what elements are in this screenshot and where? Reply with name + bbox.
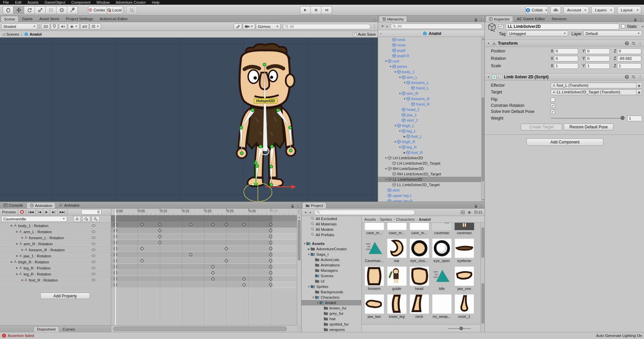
hierarchy-item[interactable]: ▼pelvis xyxy=(378,64,481,69)
project-folder-item[interactable]: ▼Assets xyxy=(302,241,361,246)
project-folder-item[interactable]: Scenes xyxy=(302,273,361,279)
keyframe-diamond[interactable] xyxy=(211,277,215,281)
tab-dopesheet[interactable]: Dopesheet xyxy=(34,326,59,332)
keyframe-diamond[interactable] xyxy=(140,222,144,226)
add-property-button[interactable]: Add Property xyxy=(40,293,90,299)
animated-property-row[interactable]: ▶arm_R : Rotation xyxy=(0,241,111,247)
cloud-button[interactable] xyxy=(550,6,561,14)
keyframe-diamond[interactable] xyxy=(242,277,246,281)
menu-gameobject[interactable]: GameObject xyxy=(42,0,68,5)
animated-property-row[interactable]: ▶body_1 : Rotation xyxy=(0,223,111,229)
project-folder-item[interactable]: Backgrounds xyxy=(302,289,361,295)
prefab-root-name[interactable]: Anatol xyxy=(429,31,441,36)
scene-camera-dropdown[interactable]: ▼ xyxy=(243,24,255,30)
scene-tools-button[interactable] xyxy=(234,24,242,30)
hotspot-gizmo-label[interactable]: Hotspot2D xyxy=(254,98,277,103)
layer-dropdown[interactable]: Default▼ xyxy=(584,31,642,36)
expand-arrow-icon[interactable]: ▼ xyxy=(403,97,406,100)
object-picker-icon[interactable]: ◉ xyxy=(637,89,642,95)
project-folder-item[interactable]: hair xyxy=(302,316,361,322)
transform-rotation-x-field[interactable]: 0 xyxy=(554,56,578,61)
hand-tool-button[interactable] xyxy=(3,6,13,14)
tab-inspector[interactable]: Inspector xyxy=(486,16,513,22)
animated-property-row[interactable]: ▶jaw_1 : Rotation xyxy=(0,253,111,259)
hierarchy-item[interactable]: head_1 xyxy=(378,107,481,112)
breadcrumb-segment[interactable]: Characters xyxy=(396,217,415,221)
project-folder-item[interactable]: ActionLists xyxy=(302,257,361,262)
animation-kebab-icon[interactable]: ⋮ xyxy=(296,204,300,208)
favorites-star-icon[interactable] xyxy=(467,210,471,214)
lock-icon[interactable] xyxy=(291,204,294,208)
add-event-button[interactable] xyxy=(92,216,100,222)
frame-field[interactable]: 0 xyxy=(81,209,101,215)
project-folder-item[interactable]: grey_fur xyxy=(302,311,361,316)
scene-search-input[interactable]: All xyxy=(283,24,371,29)
presets-icon[interactable] xyxy=(632,75,636,79)
help-icon[interactable]: ? xyxy=(625,41,629,45)
animated-property-row[interactable]: ▶forearm_R : Rotation xyxy=(0,247,111,253)
expand-arrow-icon[interactable]: ▶ xyxy=(403,135,406,138)
project-folder-item[interactable]: ▼Sprites xyxy=(302,284,361,289)
property-value-glyph[interactable] xyxy=(92,224,95,227)
object-picker-icon[interactable]: ◉ xyxy=(637,83,642,88)
tab-project[interactable]: Project xyxy=(302,202,326,208)
favorite-search-item[interactable]: All Prefabs xyxy=(302,232,361,238)
property-value-glyph[interactable] xyxy=(92,230,95,233)
project-scrollbar[interactable] xyxy=(480,223,485,332)
asset-item[interactable]: eye_open xyxy=(430,239,453,266)
tab-animation[interactable]: Animation xyxy=(27,202,55,208)
asset-item[interactable]: guide xyxy=(385,266,408,294)
hierarchy-item[interactable]: ▼thigh_L xyxy=(378,123,481,128)
record-button[interactable] xyxy=(18,209,26,215)
weight-slider-knob[interactable] xyxy=(620,116,625,120)
transform-rotation-z-field[interactable]: -89.582 xyxy=(617,56,641,61)
console-status-message[interactable]: ! Assertion failed xyxy=(2,334,34,338)
menu-assets[interactable]: Assets xyxy=(25,0,42,5)
hierarchy-item[interactable]: pupil xyxy=(378,48,481,53)
hierarchy-item[interactable]: hand_L xyxy=(378,85,481,91)
asset-item[interactable]: eye_clos... xyxy=(408,239,430,266)
asset-item[interactable]: cave_m... xyxy=(408,223,430,239)
timeline-vertical-scrollbar[interactable]: ▲ xyxy=(297,215,301,325)
menu-component[interactable]: Component xyxy=(68,0,93,5)
property-value-glyph[interactable] xyxy=(92,273,95,275)
menu-edit[interactable]: Edit xyxy=(12,0,25,5)
last-key-button[interactable]: ▶▶| xyxy=(58,209,67,215)
hierarchy-item[interactable]: ▼arm_R xyxy=(378,91,481,96)
hierarchy-item[interactable]: ▼leg_L xyxy=(378,128,481,134)
restore-default-pose-button[interactable]: Restore Default Pose xyxy=(564,124,613,130)
inspector-kebab-icon[interactable]: ⋮ xyxy=(639,17,643,22)
limb-solver-kebab-icon[interactable]: ⋮ xyxy=(638,75,642,79)
expand-arrow-icon[interactable]: ▼ xyxy=(384,178,387,181)
clip-dropdown[interactable]: CavemanIdle▼ xyxy=(1,216,67,222)
2d-toggle-button[interactable]: 2D xyxy=(41,24,50,30)
hierarchy-item[interactable]: ▼forearm_R xyxy=(378,96,481,101)
dopesheet-timeline[interactable]: 0:000:050:100:150:200:250:300:35 ⋮ ▲ xyxy=(111,209,301,332)
project-folder-item[interactable]: ▼Saga_I xyxy=(302,252,361,257)
menu-help[interactable]: Help xyxy=(149,0,163,5)
breadcrumb-segment[interactable]: Sprites xyxy=(380,217,392,221)
help-icon[interactable]: ? xyxy=(625,75,629,79)
hierarchy-kebab-icon[interactable]: ⋮ xyxy=(479,17,483,22)
menu-adventure-creator[interactable]: Adventure Creator xyxy=(112,0,149,5)
keyframe-diamond[interactable] xyxy=(211,271,215,274)
tab-animator[interactable]: Animator xyxy=(56,202,83,208)
expand-arrow-icon[interactable]: ▶ xyxy=(15,254,19,257)
lock-icon[interactable] xyxy=(474,204,477,208)
transform-position-y-field[interactable]: 0 xyxy=(586,48,610,54)
expand-arrow-icon[interactable]: ▶ xyxy=(15,272,19,276)
foldout-arrow-icon[interactable]: ▼ xyxy=(487,42,490,45)
expand-arrow-icon[interactable]: ▼ xyxy=(384,157,387,160)
layout-dropdown[interactable]: Layout▼ xyxy=(617,6,641,14)
hierarchy-item[interactable]: skirt_1 xyxy=(378,118,481,123)
asset-item[interactable]: cave_m... xyxy=(385,223,408,239)
keyframe-diamond[interactable] xyxy=(242,283,246,287)
active-checkbox[interactable]: ✓ xyxy=(499,24,503,29)
expand-arrow-icon[interactable]: ▶ xyxy=(15,230,19,233)
component-enabled-checkbox[interactable]: ✓ xyxy=(498,75,502,79)
animated-property-row[interactable]: ▶thigh_R : Rotation xyxy=(0,259,111,265)
shading-mode-dropdown[interactable]: Shaded▼ xyxy=(1,24,38,30)
hierarchy-item[interactable]: jaw_1 xyxy=(378,112,481,118)
hierarchy-item[interactable]: skirt xyxy=(378,187,481,193)
lighting-toggle-button[interactable] xyxy=(51,24,58,30)
